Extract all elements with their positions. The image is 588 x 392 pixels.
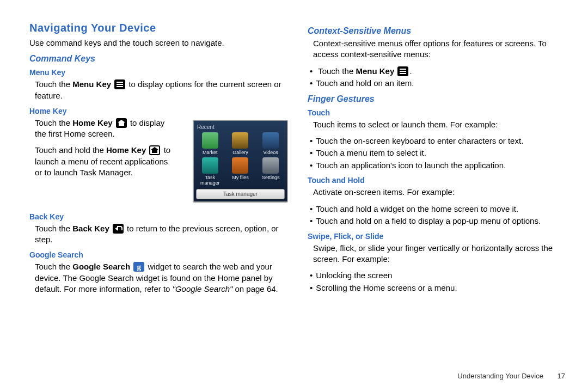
heading-command-keys: Command Keys bbox=[29, 54, 288, 64]
list-item: Touch and hold on a field to display a p… bbox=[310, 216, 566, 226]
google-search-text: Touch the Google Search widget to search… bbox=[35, 261, 288, 295]
heading-context-menus: Context-Sensitive Menus bbox=[308, 26, 566, 36]
heading-home-key: Home Key bbox=[29, 107, 288, 115]
list-item: Touch and hold a widget on the home scre… bbox=[310, 204, 566, 215]
menu-key-text: Touch the Menu Key to display options fo… bbox=[35, 79, 288, 101]
footer-page-number: 17 bbox=[558, 372, 565, 380]
back-key-text: Touch the Back Key to return to the prev… bbox=[35, 223, 288, 246]
intro-text: Use command keys and the touch screen to… bbox=[29, 38, 288, 48]
context-bullet-2: Touch and hold on an item. bbox=[310, 78, 566, 89]
list-item: Touch the on-screen keyboard to enter ch… bbox=[310, 136, 566, 146]
app-icon: Videos bbox=[256, 132, 285, 155]
page-content: Navigating Your Device Use command keys … bbox=[0, 0, 588, 300]
touch-intro: Touch items to select or launch them. Fo… bbox=[313, 119, 566, 130]
left-column: Navigating Your Device Use command keys … bbox=[29, 22, 288, 300]
hold-intro: Activate on-screen items. For example: bbox=[313, 187, 566, 198]
app-icon: Gallery bbox=[226, 132, 255, 155]
swipe-bullets: Unlocking the screenScrolling the Home s… bbox=[310, 270, 566, 293]
app-icon: Task manager bbox=[196, 157, 224, 186]
footer-section: Understanding Your Device bbox=[457, 372, 543, 380]
home-key-text-2: Touch and hold the Home Key to launch a … bbox=[35, 145, 171, 178]
back-key-icon bbox=[113, 224, 124, 234]
heading-navigating: Navigating Your Device bbox=[29, 22, 288, 34]
heading-swipe: Swipe, Flick, or Slide bbox=[308, 232, 566, 241]
google-icon bbox=[133, 262, 144, 272]
home-key-outline-icon bbox=[149, 145, 160, 155]
heading-touch-hold: Touch and Hold bbox=[308, 176, 566, 185]
page-footer: Understanding Your Device 17 bbox=[457, 372, 565, 380]
list-item: Unlocking the screen bbox=[310, 270, 566, 281]
right-column: Context-Sensitive Menus Context-sensitiv… bbox=[308, 22, 566, 300]
heading-menu-key: Menu Key bbox=[29, 68, 288, 77]
recent-apps-screenshot: Recent MarketGalleryVideosTask managerMy… bbox=[193, 120, 288, 203]
heading-finger-gestures: Finger Gestures bbox=[308, 94, 566, 104]
app-icon: Market bbox=[196, 132, 224, 155]
list-item: Touch a menu item to select it. bbox=[310, 148, 566, 158]
app-icon: My files bbox=[226, 157, 255, 186]
context-bullet-1: Touch the Menu Key . bbox=[310, 66, 566, 77]
heading-touch: Touch bbox=[308, 108, 566, 117]
screenshot-title: Recent bbox=[196, 123, 285, 132]
app-icon: Settings bbox=[256, 157, 285, 186]
home-key-icon bbox=[116, 118, 127, 128]
menu-key-icon bbox=[114, 79, 125, 89]
heading-back-key: Back Key bbox=[29, 212, 288, 221]
heading-google-search: Google Search bbox=[29, 250, 288, 259]
app-grid: MarketGalleryVideosTask managerMy filesS… bbox=[196, 132, 285, 186]
hold-bullets: Touch and hold a widget on the home scre… bbox=[310, 204, 566, 226]
swipe-intro: Swipe, flick, or slide your finger verti… bbox=[313, 243, 566, 265]
list-item: Touch an application's icon to launch th… bbox=[310, 160, 566, 171]
task-manager-button: Task manager bbox=[196, 189, 285, 199]
home-key-text-1: Touch the Home Key to display the first … bbox=[35, 118, 171, 140]
context-intro: Context-sensitive menus offer options fo… bbox=[313, 38, 566, 60]
menu-key-icon bbox=[397, 66, 408, 76]
touch-bullets: Touch the on-screen keyboard to enter ch… bbox=[310, 136, 566, 171]
list-item: Scrolling the Home screens or a menu. bbox=[310, 283, 566, 293]
context-bullets: Touch the Menu Key . Touch and hold on a… bbox=[310, 66, 566, 89]
